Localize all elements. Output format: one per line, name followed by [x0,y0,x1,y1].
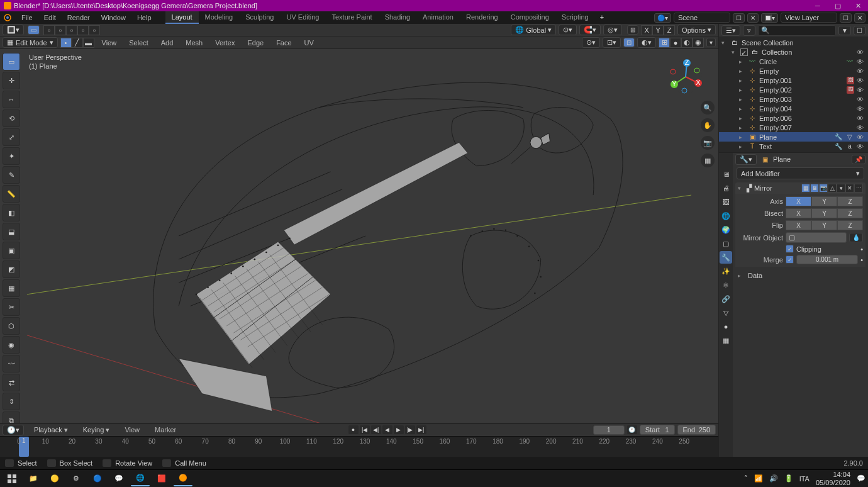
tool-add-cube[interactable]: ◧ [3,204,20,221]
vertex-select-mode[interactable]: • [60,38,72,48]
tree-item-plane[interactable]: ▸▣Plane🔧▽👁 [719,132,868,142]
visibility-toggle[interactable]: 👁 [857,143,865,150]
tool-inset[interactable]: ▣ [3,242,20,259]
prop-tab-viewlayer[interactable]: 🖼 [720,196,732,208]
tool-shrinkfatten[interactable]: ⇕ [3,393,20,410]
workspace-tab-uvediting[interactable]: UV Editing [280,11,325,24]
tool-extrude[interactable]: ⬓ [3,223,20,240]
viewport-menu-uv[interactable]: UV [299,38,319,48]
shading-dropdown[interactable]: ◐▾ [637,37,656,48]
prop-tab-particles[interactable]: ✨ [720,265,732,277]
bisect-y-toggle[interactable]: Y [811,208,837,218]
mod-extras[interactable]: ⋯ [854,184,863,193]
menu-render[interactable]: Render [62,13,95,23]
tree-item-empty-001[interactable]: ▸⊹Empty.001🖼👁 [719,76,868,85]
visibility-toggle[interactable]: 👁 [857,86,865,94]
timeline-menu-marker[interactable]: Marker [150,425,181,435]
mesh-visibility-button[interactable]: ⊞ [627,25,638,35]
workspace-tab-sculpting[interactable]: Sculpting [239,11,280,24]
workspace-tab-modeling[interactable]: Modeling [199,11,240,24]
merge-anim-button[interactable]: • [860,256,863,264]
shading-material[interactable]: ◐ [681,38,693,48]
axis-x-toggle[interactable]: X [786,196,811,206]
mod-delete[interactable]: ✕ [845,184,854,193]
visibility-toggle[interactable]: 👁 [857,77,865,84]
orientation-gizmo[interactable]: X Y Z [667,58,704,96]
task-steam[interactable]: ⚙ [67,471,86,486]
prop-tab-modifiers[interactable]: 🔧 [720,251,732,264]
eyedropper-button[interactable]: 💧 [849,233,863,242]
select-set-button[interactable]: ▫ [43,25,55,35]
tree-item-empty-002[interactable]: ▸⊹Empty.002🖼👁 [719,85,868,94]
tool-rotate[interactable]: ⟲ [3,109,20,127]
modifier-name[interactable]: Mirror [754,184,772,192]
snap-dropdown[interactable]: 🧲▾ [579,25,601,35]
tool-scale[interactable]: ⤢ [3,128,20,146]
tool-polybuild[interactable]: ⬡ [3,317,20,335]
xray-toggle[interactable]: ⊡ [623,38,635,47]
blender-logo-icon[interactable] [3,13,13,23]
tree-scene-collection[interactable]: ▾🗀 Scene Collection [719,38,868,47]
workspace-tab-scripting[interactable]: Scripting [555,11,595,24]
outliner-search[interactable]: 🔍 [758,25,836,36]
face-select-mode[interactable]: ▬ [83,38,94,48]
shading-solid[interactable]: ● [670,38,681,48]
tool-select-tweak[interactable]: ▭ [28,25,40,35]
task-app-2[interactable]: 🔵 [88,471,107,486]
timeline-menu-keying[interactable]: Keying ▾ [78,425,115,435]
modifier-collapse-toggle[interactable]: ▾ [738,185,744,191]
close-button[interactable]: ✕ [852,2,864,9]
flip-z-toggle[interactable]: Z [837,220,863,230]
axis-y-button[interactable]: Y [652,25,664,35]
tray-network-icon[interactable]: 📶 [754,474,763,483]
clipping-anim-button[interactable]: • [860,245,863,253]
timeline-editor-dropdown[interactable]: 🕐▾ [3,425,24,435]
viewlayer-name-field[interactable]: View Layer [781,13,837,23]
shading-wireframe[interactable]: ⊞ [659,38,670,48]
tool-cursor[interactable]: ✛ [3,72,20,89]
tray-language[interactable]: ITA [799,475,810,483]
mod-display-realtime[interactable]: 🖥 [810,184,819,193]
tool-spin[interactable]: ◉ [3,336,20,354]
timeline-menu-playback[interactable]: Playback ▾ [29,425,73,435]
tray-up-icon[interactable]: ˄ [744,474,748,483]
select-invert-button[interactable]: ▫ [77,25,89,35]
tool-smooth[interactable]: 〰 [3,355,20,372]
tool-rip[interactable]: ⧉ [3,411,20,423]
data-panel-header[interactable]: ▸ Data [735,271,865,281]
workspace-tab-texturepaint[interactable]: Texture Paint [325,11,378,24]
workspace-tab-shading[interactable]: Shading [379,11,416,24]
prop-tab-render[interactable]: 🖥 [720,168,732,181]
shading-rendered[interactable]: ◉ [693,38,704,48]
prop-tab-material[interactable]: ● [720,320,732,333]
tool-edgeslide[interactable]: ⇄ [3,374,20,391]
minimize-button[interactable]: ─ [811,2,824,9]
task-file-explorer[interactable]: 📁 [24,471,43,486]
tool-select-box[interactable]: ▭ [3,53,20,70]
tool-move[interactable]: ↔ [3,91,20,108]
tool-loopcut[interactable]: ▦ [3,279,20,297]
nav-perspective-icon[interactable]: ▦ [701,154,715,167]
tree-item-empty[interactable]: ▸⊹Empty👁 [719,66,868,76]
mod-apply-dropdown[interactable]: ▾ [837,184,845,193]
outliner-display-dropdown[interactable]: ▿ [743,25,755,36]
add-modifier-dropdown[interactable]: Add Modifier▾ [737,167,864,179]
bisect-z-toggle[interactable]: Z [837,208,863,218]
mode-select-dropdown[interactable]: ▦ Edit Mode ▾ [3,37,58,48]
start-button[interactable] [3,471,21,486]
viewlayer-delete-button[interactable]: ✕ [854,13,865,23]
flip-y-toggle[interactable]: Y [811,220,837,230]
workspace-tab-animation[interactable]: Animation [416,11,460,24]
outliner-new-collection-button[interactable]: ☐ [854,26,865,35]
tree-collection[interactable]: ▾ ✓ 🗀 Collection 👁 [719,47,868,57]
tree-item-empty-003[interactable]: ▸⊹Empty.003👁 [719,94,868,104]
visibility-toggle[interactable]: 👁 [857,124,865,132]
menu-window[interactable]: Window [96,13,131,23]
prop-tab-texture[interactable]: ▦ [720,334,732,347]
viewport-menu-select[interactable]: Select [124,38,153,48]
task-discord[interactable]: 💬 [109,471,128,486]
viewport-menu-add[interactable]: Add [156,38,179,48]
start-frame-field[interactable]: Start 1 [640,425,675,435]
properties-pin-button[interactable]: 📌 [852,155,865,164]
merge-value-field[interactable]: 0.001 m [796,255,858,264]
